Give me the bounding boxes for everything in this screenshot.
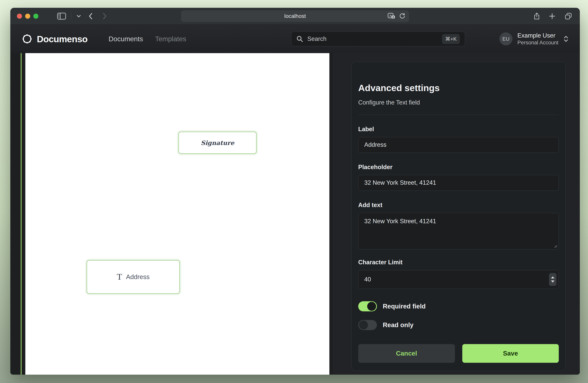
account-type: Personal Account bbox=[517, 39, 558, 46]
stepper-down-icon[interactable] bbox=[551, 280, 554, 283]
svg-text:A: A bbox=[389, 14, 392, 18]
tab-overview-icon[interactable] bbox=[565, 13, 572, 20]
document-page: Signature T Address bbox=[25, 53, 329, 375]
main-content: Signature T Address Advanced settings Co… bbox=[10, 53, 580, 375]
panel-subtitle: Configure the Text field bbox=[358, 99, 559, 106]
search-input[interactable] bbox=[307, 36, 438, 42]
settings-sidebar: Advanced settings Configure the Text fie… bbox=[333, 53, 580, 375]
address-bar[interactable]: localhost A ✱ bbox=[181, 10, 409, 22]
document-edge-highlight bbox=[21, 53, 22, 375]
brand-name: Documenso bbox=[37, 34, 87, 44]
app-header: Documenso Documents Templates ⌘+K EU Exa… bbox=[10, 25, 580, 53]
required-field-toggle[interactable] bbox=[358, 301, 377, 311]
tab-group-chevron-icon[interactable] bbox=[76, 15, 81, 18]
search-icon bbox=[296, 36, 303, 42]
new-tab-icon[interactable] bbox=[549, 13, 555, 19]
panel-title: Advanced settings bbox=[358, 82, 559, 93]
user-name: Example User bbox=[517, 32, 558, 39]
reload-icon[interactable] bbox=[399, 13, 406, 19]
documenso-logo-icon bbox=[22, 34, 33, 44]
nav-templates[interactable]: Templates bbox=[155, 35, 186, 43]
panel-divider bbox=[358, 115, 559, 115]
required-field-toggle-label: Required field bbox=[383, 303, 426, 310]
sidebar-toggle-icon[interactable] bbox=[57, 13, 66, 20]
close-window-button[interactable] bbox=[17, 14, 22, 19]
advanced-settings-panel: Advanced settings Configure the Text fie… bbox=[351, 62, 566, 371]
avatar: EU bbox=[500, 33, 512, 45]
signature-field[interactable]: Signature bbox=[178, 132, 257, 154]
label-input[interactable] bbox=[358, 137, 559, 153]
account-menu[interactable]: EU Example User Personal Account bbox=[500, 32, 568, 46]
label-field-label: Label bbox=[358, 126, 559, 133]
translate-icon[interactable]: A ✱ bbox=[388, 13, 396, 19]
zoom-window-button[interactable] bbox=[33, 14, 38, 19]
nav-documents[interactable]: Documents bbox=[108, 35, 143, 43]
minimize-window-button[interactable] bbox=[25, 14, 30, 19]
forward-icon[interactable] bbox=[103, 13, 107, 20]
traffic-lights bbox=[17, 14, 38, 19]
character-limit-label: Character Limit bbox=[358, 259, 559, 266]
number-stepper[interactable] bbox=[549, 273, 556, 286]
signature-field-label: Signature bbox=[201, 139, 234, 146]
placeholder-field-label: Placeholder bbox=[358, 164, 559, 171]
account-switcher-chevron-icon bbox=[564, 36, 568, 42]
toggle-knob bbox=[359, 321, 368, 329]
main-nav: Documents Templates bbox=[108, 35, 186, 43]
add-text-field-label: Add text bbox=[358, 202, 559, 209]
url-text: localhost bbox=[284, 13, 306, 19]
global-search[interactable]: ⌘+K bbox=[291, 32, 465, 46]
character-limit-input[interactable] bbox=[358, 270, 559, 289]
stepper-up-icon[interactable] bbox=[551, 276, 554, 279]
toggle-knob bbox=[367, 302, 376, 311]
brand[interactable]: Documenso bbox=[22, 34, 87, 44]
back-icon[interactable] bbox=[88, 13, 93, 20]
read-only-toggle[interactable] bbox=[358, 320, 377, 330]
browser-window: localhost A ✱ bbox=[10, 8, 580, 375]
add-text-textarea[interactable] bbox=[358, 213, 559, 249]
share-icon[interactable] bbox=[534, 12, 540, 20]
save-button[interactable]: Save bbox=[462, 344, 559, 363]
read-only-toggle-label: Read only bbox=[383, 321, 414, 329]
svg-text:✱: ✱ bbox=[392, 16, 394, 19]
browser-toolbar: localhost A ✱ bbox=[10, 8, 580, 25]
placeholder-input[interactable] bbox=[358, 175, 559, 191]
cancel-button[interactable]: Cancel bbox=[358, 344, 455, 363]
text-field-label: Address bbox=[126, 273, 149, 281]
toolbar-divider bbox=[71, 12, 71, 20]
text-field-type-icon: T bbox=[117, 273, 122, 281]
text-field-address[interactable]: T Address bbox=[86, 260, 180, 294]
textarea-resize-icon[interactable] bbox=[553, 244, 557, 248]
keyboard-shortcut-badge: ⌘+K bbox=[442, 34, 460, 44]
